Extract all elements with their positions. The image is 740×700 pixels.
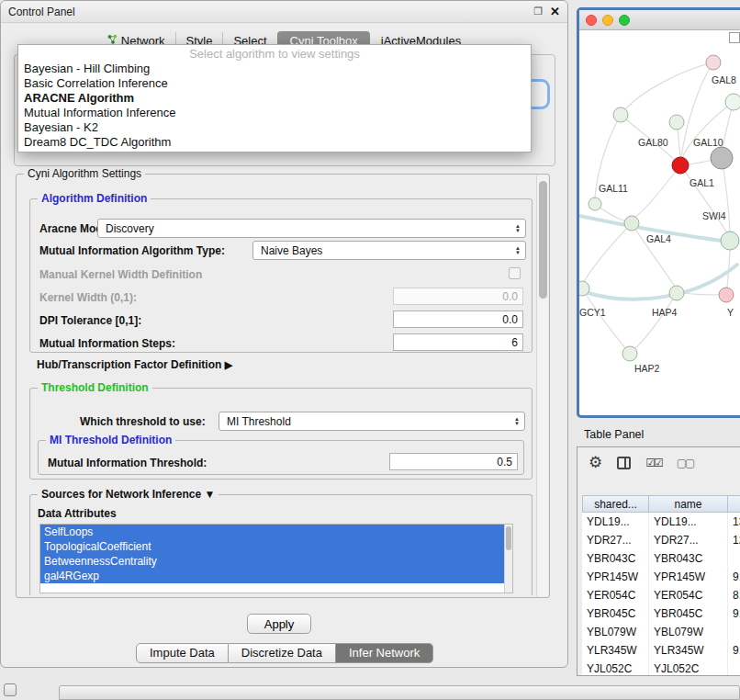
kernel-width-label: Kernel Width (0,1): [39,291,137,304]
column-header-shared-[interactable]: shared... [582,495,649,513]
control-panel-titlebar[interactable]: Control Panel ❐ ✕ [1,1,567,23]
float-window-icon[interactable]: ❐ [533,6,543,17]
algorithm-option-aracne-algorithm[interactable]: ARACNE Algorithm [18,91,531,106]
algorithm-option-bayesian-hill-climbing[interactable]: Bayesian - Hill Climbing [18,62,531,76]
table-cell: YJL052C [649,660,728,676]
network-node[interactable] [719,288,734,302]
apply-button[interactable]: Apply [247,614,311,634]
close-traffic-light-icon[interactable] [586,15,597,26]
network-graph[interactable]: GAL8GAL80GAL10GAL11GAL1SWI4GAL4GCY1HAP4Y… [579,30,740,415]
network-edge[interactable] [689,160,712,164]
network-node[interactable] [669,115,684,130]
aracne-mode-select[interactable]: Discovery ▲▼ [97,219,526,238]
collapsed-panel-icon[interactable] [4,683,17,696]
network-canvas[interactable]: GAL8GAL80GAL10GAL11GAL1SWI4GAL4GCY1HAP4Y… [579,30,740,415]
network-node[interactable] [669,286,684,300]
table-row[interactable]: YPR145WYPR145W9. [582,568,740,586]
network-node[interactable] [589,198,601,210]
network-node[interactable] [622,346,637,361]
combo-updown-icon: ▲▼ [510,242,525,259]
network-view-window: GAL8GAL80GAL10GAL11GAL1SWI4GAL4GCY1HAP4Y… [577,7,740,418]
network-node[interactable] [613,107,628,122]
network-node[interactable] [725,94,740,110]
deselect-all-columns-icon[interactable]: ▢▢ [677,457,694,469]
table-row[interactable]: YLR345WYLR345W9. [582,641,740,660]
hub-definition-toggle[interactable]: Hub/Transcription Factor Definition ▶ [37,358,232,371]
columns-icon[interactable] [617,457,631,469]
table-cell: 9. [728,641,740,660]
network-node[interactable] [579,281,589,296]
algorithm-option-basic-correlation-inference[interactable]: Basic Correlation Inference [18,76,531,91]
cyni-settings-group: Cyni Algorithm Settings Algorithm Defini… [16,174,550,598]
network-edge[interactable] [634,165,680,218]
close-window-icon[interactable]: ✕ [550,5,560,18]
table-row[interactable]: YDL19...YDL19...13 [582,513,740,531]
which-threshold-select[interactable]: MI Threshold ▲▼ [219,412,525,431]
expanded-arrow-icon: ▼ [204,488,215,501]
algorithm-option-dream8-dc-tdc-algorithm[interactable]: Dream8 DC_TDC Algorithm [18,135,531,150]
table-row[interactable]: YBR043CYBR043C [582,549,740,568]
network-edge[interactable] [584,223,632,282]
data-attributes-list[interactable]: SelfLoopsTopologicalCoefficientBetweenne… [39,524,513,593]
network-node[interactable] [706,55,721,70]
bottom-tab-infer-network[interactable]: Infer Network [336,643,433,663]
algorithm-definition-group: Algorithm Definition Aracne Mode: Discov… [29,198,533,353]
table-row[interactable]: YBL079WYBL079W [582,623,740,641]
settings-scrollbar[interactable] [536,175,548,596]
table-cell: YDL19... [582,513,649,531]
algorithm-dropdown: Select algorithm to view settings Bayesi… [17,44,532,152]
attribute-item-betweennesscentrality[interactable]: BetweennessCentrality [40,554,512,569]
attribute-item-topologicalcoefficient[interactable]: TopologicalCoefficient [40,539,512,554]
network-node[interactable] [672,157,689,174]
table-row[interactable]: YDR27...YDR27...12 [582,531,740,549]
network-window-titlebar[interactable] [579,10,740,30]
mi-threshold-group: MI Threshold Definition Mutual Informati… [38,440,524,475]
select-all-columns-icon[interactable]: ☑☑ [645,457,662,469]
mi-steps-field[interactable]: 6 [393,333,523,351]
mi-type-select[interactable]: Naive Bayes ▲▼ [252,241,526,260]
network-edge[interactable] [625,62,713,109]
column-header-name[interactable]: name [649,495,728,513]
attribute-item-gal4rgexp[interactable]: gal4RGexp [40,569,512,583]
table-row[interactable]: YBR045CYBR045C9. [582,604,740,623]
network-scroll-corner[interactable] [729,32,740,43]
collapsed-arrow-icon: ▶ [225,359,232,370]
algorithm-option-bayesian-k2[interactable]: Bayesian - K2 [18,120,531,135]
network-edge[interactable] [634,293,677,349]
mi-steps-label: Mutual Information Steps: [39,337,175,350]
table-toolbar: ⚙ ☑☑ ▢▢ [589,455,693,470]
table-cell: 12 [728,531,740,549]
dpi-tolerance-field[interactable]: 0.0 [393,310,523,328]
table-cell: YDR27... [649,531,728,549]
table-cell: YPR145W [649,568,728,586]
network-edge[interactable] [684,293,719,295]
gear-icon[interactable]: ⚙ [589,455,602,470]
mi-threshold-label: Mutual Information Threshold: [48,457,207,469]
table-row[interactable]: YER054CYER054C8. [582,586,740,604]
network-node[interactable] [624,216,639,231]
settings-group-title: Cyni Algorithm Settings [24,167,145,180]
attributes-scrollbar[interactable] [504,525,512,593]
network-node[interactable] [711,147,733,169]
settings-scrollbar-thumb[interactable] [539,181,547,299]
network-node[interactable] [721,231,739,250]
aracne-mode-value: Discovery [106,222,154,235]
bottom-panel-bar[interactable] [59,685,740,700]
attribute-item-selfloops[interactable]: SelfLoops [40,525,512,539]
sources-toggle[interactable]: Sources for Network Inference ▼ [38,488,219,501]
zoom-traffic-light-icon[interactable] [619,15,630,26]
column-header-2[interactable] [728,495,740,513]
which-threshold-label: Which threshold to use: [80,415,206,428]
table-cell: YBL079W [582,623,649,641]
manual-kernel-checkbox[interactable] [509,267,521,279]
network-edge[interactable] [680,165,727,233]
algorithm-option-mutual-information-inference[interactable]: Mutual Information Inference [18,106,531,120]
network-edge[interactable] [582,265,737,299]
table-row[interactable]: YJL052CYJL052C [582,660,740,676]
minimize-traffic-light-icon[interactable] [602,15,613,26]
bottom-tab-discretize-data[interactable]: Discretize Data [229,643,336,663]
mi-threshold-field[interactable]: 0.5 [389,453,518,470]
bottom-tab-impute-data[interactable]: Impute Data [136,643,229,663]
table-cell: YDL19... [649,513,728,531]
node-label: HAP2 [634,363,660,374]
